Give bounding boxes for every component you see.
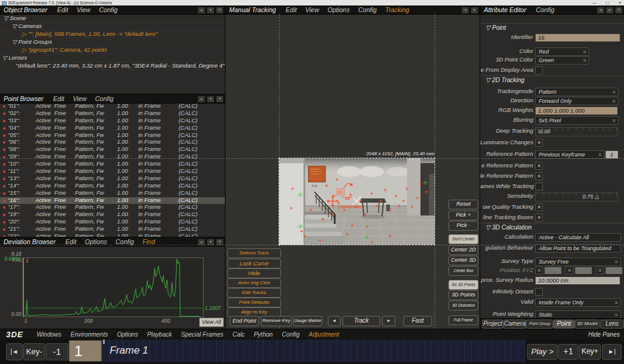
viewport-image[interactable]: 文本 bbox=[279, 158, 434, 245]
frame-plus-one-button[interactable]: +1 bbox=[558, 344, 578, 360]
button-reset[interactable]: Reset bbox=[448, 200, 478, 209]
tree-row[interactable]: ▷ "pgroup#1": Camera, 42 points bbox=[0, 46, 225, 54]
point-row[interactable]: "10":ActiveFreePattern, Fw1.00in Frame(C… bbox=[0, 161, 225, 168]
xyz-checkbox[interactable]: ✕ bbox=[535, 267, 543, 275]
button-edit-tracks[interactable]: Edit Tracks bbox=[227, 288, 281, 298]
pane-up-icon[interactable]: ▴ bbox=[197, 239, 205, 246]
tree-row[interactable]: "default lens": 23.40 mm, 3.32 cm x 1.87… bbox=[0, 62, 225, 70]
point-row[interactable]: "17":ActiveFreePattern, Fw1.00in Frame(C… bbox=[0, 204, 225, 211]
attribute-slider-deep-tracking[interactable]: \0.00 bbox=[535, 127, 618, 136]
menu-item-tracking[interactable]: Tracking bbox=[385, 6, 409, 13]
point-row[interactable]: "08":ActiveFreePattern, Fw1.00in Frame(C… bbox=[0, 146, 225, 153]
menu-item-view[interactable]: View bbox=[77, 6, 91, 13]
play-button[interactable]: Play > bbox=[527, 344, 558, 360]
key-minus-button[interactable]: Key- bbox=[23, 343, 45, 360]
button-pick--[interactable]: Pick - bbox=[448, 221, 478, 231]
button-don-t-center[interactable]: Don't Center bbox=[448, 234, 478, 244]
tab-point-group[interactable]: Point Group bbox=[526, 320, 553, 329]
pane-down-icon[interactable]: ▾ bbox=[207, 7, 214, 14]
menu-item-options[interactable]: Options bbox=[85, 238, 107, 245]
point-row[interactable]: "01":ActiveFreePattern, Fw1.00in Frame(C… bbox=[0, 103, 225, 110]
attribute-dropdown-trackingmode[interactable]: Pattern≡ bbox=[535, 88, 619, 96]
frame-minus-one-button[interactable]: -1 bbox=[46, 343, 68, 360]
button-end-point[interactable]: End Point bbox=[230, 316, 259, 326]
attribute-group--3d-calculation[interactable]: ▽ 3D Calculation bbox=[480, 223, 624, 231]
tab-lens[interactable]: Lens bbox=[600, 320, 624, 329]
point-row[interactable]: "13":ActiveFreePattern, Fw1.00in Frame(C… bbox=[0, 175, 225, 183]
attribute-checkbox-infinitely-distant[interactable] bbox=[535, 288, 543, 296]
tab-3d-model[interactable]: 3D Model bbox=[575, 320, 600, 329]
pane-up-icon[interactable]: ▴ bbox=[197, 96, 205, 103]
button-no-3d-points[interactable]: No 3D Points bbox=[448, 280, 478, 290]
attribute-checkbox-e-from-display-area[interactable] bbox=[535, 66, 543, 74]
pane-right-icon[interactable]: ▸ bbox=[606, 7, 614, 14]
position-xyz-controls[interactable]: ✕✕✕ bbox=[535, 267, 620, 274]
point-row[interactable]: "14":ActiveFreePattern, Fw1.00in Frame(C… bbox=[0, 183, 225, 190]
menu-item-options[interactable]: Options bbox=[328, 6, 350, 13]
tree-row[interactable]: ▷ "": [Main], 588 Frames, 1.00, Lens -> … bbox=[0, 30, 225, 38]
attribute-dropdown-direction[interactable]: Forward Only≡ bbox=[535, 97, 619, 105]
menu-item-python[interactable]: Python bbox=[254, 331, 272, 338]
menu-item-view[interactable]: View bbox=[73, 95, 87, 102]
point-row[interactable]: "16":ActiveFreePattern, Fw1.00in Frame(C… bbox=[0, 197, 225, 205]
attribute-checkbox-line-tracking-boxes[interactable]: ✕ bbox=[535, 214, 543, 222]
point-row[interactable]: "04":ActiveFreePattern, Fw1.00in Frame(C… bbox=[0, 125, 225, 132]
jump-to-end-button[interactable]: ►| bbox=[602, 344, 622, 360]
attribute-dropdown-valid[interactable]: Inside Frame Only≡ bbox=[535, 298, 621, 307]
jump-to-start-button[interactable]: |◄ bbox=[6, 343, 23, 360]
pane-down-icon[interactable]: ▾ bbox=[207, 239, 214, 246]
button-deform-track[interactable]: Deform Track bbox=[227, 248, 281, 258]
menu-item-config[interactable]: Config bbox=[95, 95, 113, 102]
playhead[interactable] bbox=[103, 340, 105, 344]
menu-item-adjustment[interactable]: Adjustment bbox=[309, 331, 339, 338]
menu-item-edit[interactable]: Edit bbox=[286, 6, 297, 13]
menu-item-options[interactable]: Options bbox=[117, 331, 138, 338]
point-row[interactable]: "02":ActiveFreePattern, Fw1.00in Frame(C… bbox=[0, 110, 225, 117]
menu-item-calc[interactable]: Calc bbox=[232, 331, 244, 338]
button-pick-+[interactable]: Pick + bbox=[448, 211, 478, 220]
attribute-group--2d-tracking[interactable]: ▽ 2D Tracking bbox=[480, 75, 624, 83]
attribute-dropdown-reference-pattern[interactable]: Previous Keyframe≡ bbox=[535, 150, 604, 159]
attribute-input-identifier[interactable]: 16 bbox=[535, 33, 620, 42]
menu-item-playback[interactable]: Playback bbox=[147, 331, 172, 338]
menu-item-config[interactable]: Config bbox=[115, 238, 133, 245]
tree-row[interactable]: ▽ Lenses bbox=[0, 54, 225, 62]
point-row[interactable]: "03":ActiveFreePattern, Fw1.00in Frame(C… bbox=[0, 117, 225, 125]
point-row[interactable]: "19":ActiveFreePattern, Fw1.00in Frame(C… bbox=[0, 211, 225, 219]
attribute-slider-sensitivity[interactable]: 0.75 △ bbox=[535, 192, 618, 201]
tree-row[interactable]: ▽ Scene bbox=[0, 15, 225, 23]
point-row[interactable]: "09":ActiveFreePattern, Fw1.00in Frame(C… bbox=[0, 153, 225, 161]
xyz-checkbox[interactable]: ✕ bbox=[566, 267, 573, 275]
attribute-checkbox-luminance-changes[interactable]: ✕ bbox=[535, 139, 543, 147]
button-center-box[interactable]: Center Box bbox=[448, 266, 478, 276]
button-anim-img-ctrls[interactable]: Anim Img Ctrls bbox=[227, 278, 281, 288]
current-frame-field[interactable]: 1 bbox=[69, 340, 102, 362]
xyz-field[interactable] bbox=[575, 267, 592, 275]
pane-close-icon[interactable]: ✕ bbox=[216, 7, 224, 14]
button-track[interactable]: Track bbox=[342, 316, 380, 326]
point-row[interactable]: "20":ActiveFreePattern, Fw1.00in Frame(C… bbox=[0, 219, 225, 226]
button--[interactable]: ► bbox=[382, 316, 395, 326]
attribute-input-prox-survey-radius[interactable]: 10.0000 cm bbox=[535, 276, 620, 285]
menu-item-config[interactable]: Config bbox=[99, 6, 117, 13]
button-point-defaults[interactable]: Point Defaults bbox=[227, 298, 281, 307]
view-all-button[interactable]: View All bbox=[199, 318, 224, 327]
pane-left-icon[interactable]: ◂ bbox=[461, 7, 469, 14]
button-hide[interactable]: Hide bbox=[227, 268, 281, 278]
menu-item-config[interactable]: Config bbox=[358, 6, 377, 13]
attribute-group--point[interactable]: ▽ Point bbox=[480, 23, 624, 31]
attribute-input-rgb-weights[interactable]: 1.000 1.000 1.000 bbox=[535, 107, 618, 115]
attribute-dropdown-color[interactable]: Red≡ bbox=[535, 47, 589, 56]
attribute-field-gulation-behaviour[interactable]: Allow Point to be Triangulated bbox=[535, 244, 621, 253]
button-center-2d[interactable]: Center 2D bbox=[448, 245, 478, 255]
menu-item-edit[interactable]: Edit bbox=[65, 238, 76, 245]
attribute-dropdown-survey-type[interactable]: Survey Free≡ bbox=[535, 257, 621, 266]
point-row[interactable]: "22":ActiveFreePattern, Fw1.00in Frame(C… bbox=[0, 233, 225, 237]
menu-item-find[interactable]: Find bbox=[143, 238, 155, 245]
pane-close-icon[interactable]: ✕ bbox=[615, 7, 623, 14]
menu-item-config[interactable]: Config bbox=[536, 6, 554, 13]
pane-left-icon[interactable]: ◂ bbox=[597, 7, 604, 14]
menu-item-windows[interactable]: Windows bbox=[37, 331, 61, 338]
button-full-frame[interactable]: Full Frame bbox=[448, 315, 478, 325]
attribute-field-calculation[interactable]: Active - Calculate All bbox=[535, 233, 621, 242]
